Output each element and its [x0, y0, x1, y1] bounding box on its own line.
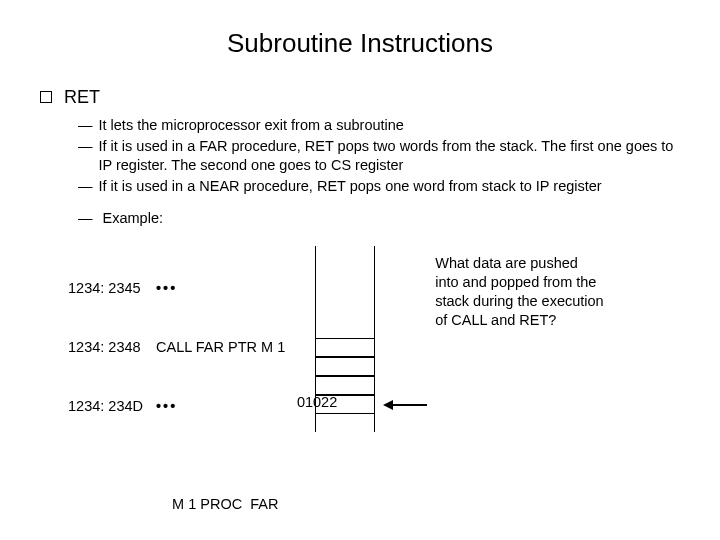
dash-icon: — [78, 116, 93, 136]
code-row: 1234: 2348CALL FAR PTR M 1 [68, 338, 285, 358]
code-instr: CALL FAR PTR M 1 [156, 338, 285, 358]
code-addr [68, 495, 156, 515]
checkbox-icon [40, 91, 52, 103]
arrow-head-icon [383, 400, 393, 410]
dash-icon: — [78, 210, 93, 226]
arrow-left-icon [383, 400, 427, 410]
code-instr: ••• [156, 397, 177, 417]
code-addr: 1234: 234D [68, 397, 156, 417]
code-instr: M 1 PROC FAR [156, 495, 278, 515]
bullet-text: If it is used in a FAR procedure, RET po… [99, 137, 681, 176]
dash-icon: — [78, 177, 93, 197]
question-text: What data are pushed into and popped fro… [435, 254, 605, 329]
slide-title: Subroutine Instructions [40, 28, 680, 59]
stack-diagram: 01022 [315, 246, 405, 436]
example-label: Example: [103, 210, 163, 226]
code-row: M 1 PROC FAR [68, 495, 285, 515]
section-heading: RET [64, 87, 100, 108]
section-row: RET [40, 87, 680, 108]
arrow-line-icon [393, 404, 427, 406]
code-addr: 1234: 2348 [68, 338, 156, 358]
dash-icon: — [78, 137, 93, 176]
example-row: — Example: [78, 210, 680, 226]
code-row: 1234: 234D••• [68, 397, 285, 417]
bullet-item: — If it is used in a NEAR procedure, RET… [78, 177, 680, 197]
bullet-text: If it is used in a NEAR procedure, RET p… [99, 177, 602, 197]
code-row: 1234: 2345••• [68, 279, 285, 299]
bullet-list: — It lets the microprocessor exit from a… [78, 116, 680, 196]
stack-cell [315, 338, 375, 357]
stack-address-label: 01022 [297, 394, 337, 410]
bullet-text: It lets the microprocessor exit from a s… [99, 116, 404, 136]
lower-content: 1234: 2345••• 1234: 2348CALL FAR PTR M 1… [40, 240, 680, 540]
bullet-item: — It lets the microprocessor exit from a… [78, 116, 680, 136]
bullet-item: — If it is used in a FAR procedure, RET … [78, 137, 680, 176]
code-addr: 1234: 2345 [68, 279, 156, 299]
code-block: 1234: 2345••• 1234: 2348CALL FAR PTR M 1… [68, 240, 285, 540]
code-instr: ••• [156, 279, 177, 299]
stack-cell [315, 357, 375, 376]
stack-cell [315, 376, 375, 395]
